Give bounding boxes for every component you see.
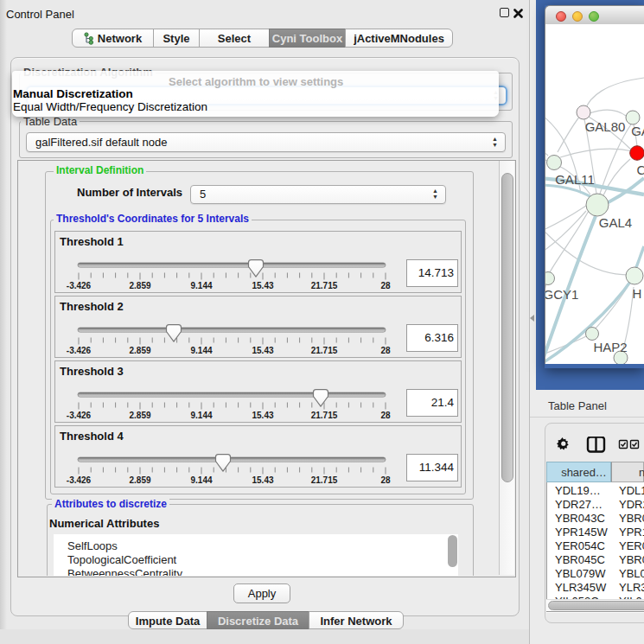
svg-text:21.715: 21.715	[311, 411, 338, 420]
svg-text:2.859: 2.859	[129, 475, 150, 485]
svg-text:GCY1: GCY1	[545, 287, 578, 302]
svg-text:2.859: 2.859	[129, 281, 150, 290]
svg-text:GA: GA	[631, 124, 644, 138]
svg-text:-3.426: -3.426	[67, 281, 92, 290]
svg-text:GAL4: GAL4	[599, 215, 632, 230]
svg-text:9.144: 9.144	[190, 346, 212, 355]
svg-text:28: 28	[380, 281, 391, 290]
svg-text:28: 28	[380, 475, 391, 485]
svg-text:15.43: 15.43	[252, 281, 273, 290]
svg-text:2.859: 2.859	[129, 411, 150, 420]
svg-text:-3.426: -3.426	[67, 346, 92, 355]
svg-text:9.144: 9.144	[190, 411, 212, 420]
svg-text:28: 28	[380, 411, 391, 420]
svg-text:15.43: 15.43	[252, 346, 273, 355]
svg-text:HAP2: HAP2	[593, 340, 627, 354]
svg-text:GAL80: GAL80	[585, 119, 626, 134]
svg-text:21.715: 21.715	[311, 346, 338, 355]
svg-text:15.43: 15.43	[252, 411, 273, 420]
svg-text:-3.426: -3.426	[67, 411, 92, 420]
svg-text:9.144: 9.144	[190, 281, 212, 290]
svg-text:H: H	[633, 286, 642, 301]
svg-text:2.859: 2.859	[129, 346, 150, 355]
svg-text:-3.426: -3.426	[67, 475, 92, 485]
svg-text:21.715: 21.715	[311, 475, 338, 485]
svg-text:C: C	[637, 163, 644, 177]
svg-text:28: 28	[380, 346, 391, 355]
svg-text:21.715: 21.715	[311, 281, 338, 290]
svg-text:9.144: 9.144	[190, 475, 212, 485]
svg-text:GAL11: GAL11	[555, 172, 595, 187]
svg-text:15.43: 15.43	[252, 475, 273, 485]
